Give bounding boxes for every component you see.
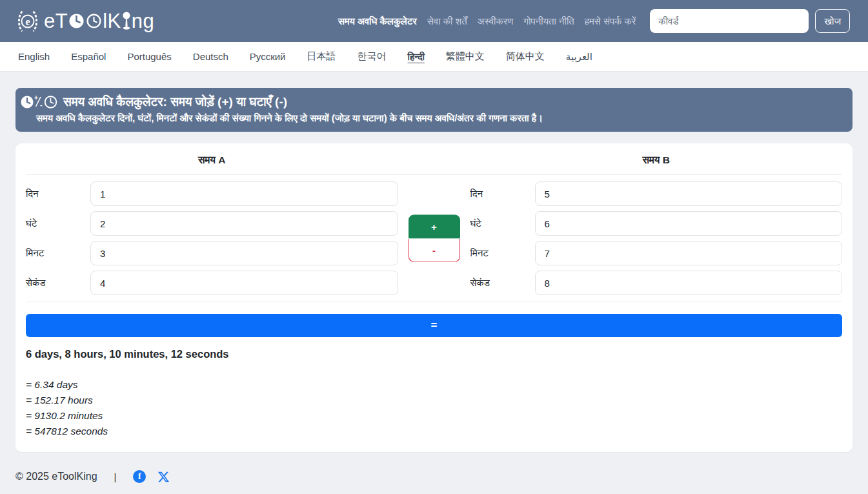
hours-label-b: घंटे (470, 218, 535, 229)
lang-japanese[interactable]: 日本語 (307, 50, 336, 63)
facebook-icon[interactable]: f (133, 470, 146, 483)
language-bar: English Español Português Deutsch Русски… (0, 42, 868, 72)
lang-russian[interactable]: Русский (250, 51, 286, 62)
time-b-header: समय B (470, 154, 843, 166)
time-a-header: समय A (26, 154, 398, 166)
nav-link-privacy-policy[interactable]: गोपनीयता नीति (523, 15, 574, 27)
time-a-hours-row: घंटे (26, 209, 398, 238)
time-b-column: दिन घंटे मिनट सेकंड (470, 179, 843, 298)
lang-portugues[interactable]: Português (127, 51, 171, 62)
column-headers: समय A समय B (26, 143, 842, 174)
hours-input-b[interactable] (535, 211, 843, 236)
hours-input-a[interactable] (90, 211, 398, 236)
conversion-days: = 6.34 days (26, 377, 842, 393)
lang-hindi[interactable]: हिन्दी (408, 51, 425, 63)
time-inputs-area: दिन घंटे मिनट सेकंड दिन घंटे (26, 174, 842, 302)
minutes-input-a[interactable] (90, 241, 398, 265)
minutes-label-a: मिनट (26, 247, 90, 259)
time-b-minutes-row: मिनट (470, 238, 843, 268)
navbar-right: समय अवधि कैलकुलेटर सेवा की शर्तें अस्वीक… (338, 9, 850, 33)
lang-english[interactable]: English (18, 51, 50, 62)
time-b-hours-row: घंटे (470, 209, 843, 238)
search-button[interactable]: खोज (815, 9, 850, 33)
lang-simplified-chinese[interactable]: 简体中文 (506, 50, 545, 63)
nav-links: समय अवधि कैलकुलेटर सेवा की शर्तें अस्वीक… (338, 15, 636, 27)
time-a-seconds-row: सेकंड (26, 268, 398, 298)
lang-espanol[interactable]: Español (71, 51, 106, 62)
page-footer: © 2025 eToolKing | f (0, 452, 868, 494)
lang-traditional-chinese[interactable]: 繁體中文 (446, 50, 485, 63)
time-a-column: दिन घंटे मिनट सेकंड (26, 179, 398, 298)
add-operator-button[interactable]: + (409, 215, 460, 239)
logo[interactable]: e eT lK (15, 9, 154, 34)
clock-o-filled-icon (68, 13, 85, 29)
svg-text:e: e (25, 15, 30, 26)
time-a-days-row: दिन (26, 179, 398, 209)
seconds-input-a[interactable] (90, 271, 398, 295)
page-title: समय अवधि कैलकुलेटर: समय जोड़ें (+) या घट… (63, 95, 287, 109)
laurel-wreath-emblem-icon: e (15, 9, 40, 34)
clock-plus-minus-clock-icon: + - (21, 94, 58, 110)
minutes-input-b[interactable] (535, 241, 843, 265)
minutes-label-b: मिनट (470, 247, 535, 259)
svg-text:+: + (34, 94, 38, 101)
days-input-b[interactable] (535, 181, 843, 206)
calculator-card: समय A समय B दिन घंटे मिनट सेकंड (15, 143, 853, 452)
conversion-minutes: = 9130.2 minutes (26, 408, 842, 424)
lang-deutsch[interactable]: Deutsch (193, 51, 228, 62)
svg-text:-: - (40, 101, 43, 108)
logo-text-part2: lK (103, 10, 121, 33)
lang-arabic[interactable]: العربية (566, 51, 592, 63)
lang-korean[interactable]: 한국어 (358, 50, 387, 63)
clock-o-outline-icon (85, 13, 103, 29)
nav-link-contact-us[interactable]: हमसे संपर्क करें (585, 15, 636, 27)
days-label-a: दिन (26, 188, 90, 200)
time-b-seconds-row: सेकंड (470, 268, 843, 298)
seconds-label-b: सेकंड (470, 277, 535, 289)
equals-calculate-button[interactable]: = (26, 314, 842, 337)
search-input[interactable] (650, 9, 809, 33)
time-a-minutes-row: मिनट (26, 238, 398, 268)
logo-text-part3: ng (132, 10, 154, 33)
days-input-a[interactable] (90, 181, 398, 206)
conversion-hours: = 152.17 hours (26, 393, 842, 408)
hours-label-a: घंटे (26, 218, 90, 229)
banner-title-row: + - समय अवधि कैलकुलेटर: समय जोड़ें (+) य… (21, 94, 846, 110)
result-conversions: = 6.34 days = 152.17 hours = 9130.2 minu… (26, 377, 842, 439)
footer-separator: | (114, 471, 117, 482)
copyright-text: © 2025 eToolKing (15, 471, 97, 482)
nav-link-disclaimer[interactable]: अस्वीकरण (478, 15, 514, 27)
nav-link-terms-of-service[interactable]: सेवा की शर्तें (427, 15, 467, 27)
result-summary: 6 days, 8 hours, 10 minutes, 12 seconds (26, 348, 842, 360)
top-navbar: e eT lK (0, 0, 868, 42)
subtract-operator-button[interactable]: - (409, 239, 460, 262)
days-label-b: दिन (470, 188, 535, 200)
x-twitter-icon[interactable] (157, 471, 170, 483)
logo-text: eT lK (44, 10, 154, 33)
seconds-input-b[interactable] (535, 271, 843, 295)
conversion-seconds: = 547812 seconds (26, 424, 842, 439)
time-b-days-row: दिन (470, 179, 843, 209)
nav-link-time-duration-calculator[interactable]: समय अवधि कैलकुलेटर (338, 15, 417, 27)
seconds-label-a: सेकंड (26, 277, 90, 289)
search-box: खोज (650, 9, 850, 33)
operator-toggle-group: + - (409, 215, 460, 262)
page-subtitle: समय अवधि कैलकुलेटर दिनों, घंटों, मिनटों … (36, 112, 846, 124)
logo-text-part1: eT (44, 10, 68, 33)
pin-i-icon (121, 12, 132, 31)
page-banner: + - समय अवधि कैलकुलेटर: समय जोड़ें (+) य… (15, 88, 853, 132)
social-links: f (133, 470, 170, 483)
header-spacer (398, 154, 470, 166)
